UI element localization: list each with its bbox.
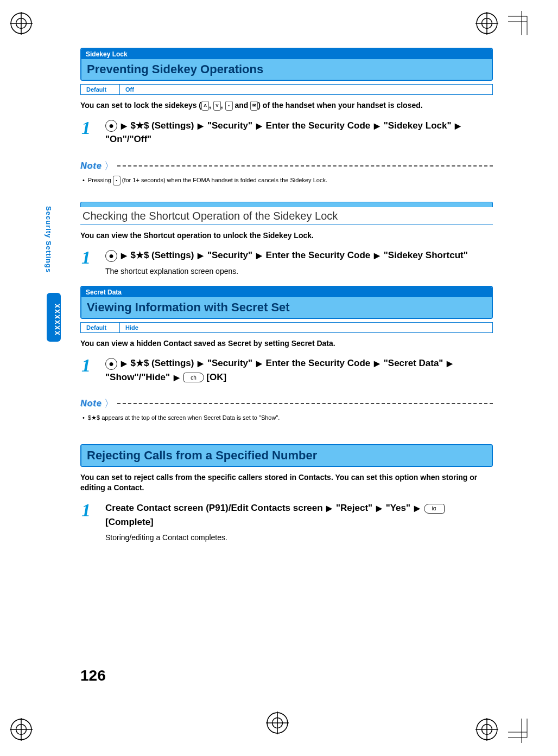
sidekey-v-icon: V [213,101,221,111]
step-body: ● ▶ $★$ (Settings) ▶ "Security" ▶ Enter … [105,356,493,384]
registration-mark-bc [266,712,289,734]
side-tab-page-marker: XXXXXX [47,293,61,342]
arrow-icon: ▶ [256,250,262,261]
step-body: ● ▶ $★$ (Settings) ▶ "Security" ▶ Enter … [105,119,493,146]
section-tag: Sidekey Lock [81,49,492,59]
arrow-icon: ▶ [198,250,204,261]
step-number: 1 [80,119,105,146]
step-explain: Storing/editing a Contact completes. [105,532,493,543]
arrow-icon: ▶ [174,372,180,383]
sidekey-dot-icon: • [225,101,233,111]
subsection-shortcut: Checking the Shortcut Operation of the S… [80,202,493,225]
arrow-icon: ▶ [455,120,461,132]
arrow-icon: ▶ [374,358,380,369]
arrow-icon: ▶ [198,120,204,132]
crop-mark-tr [508,11,535,40]
side-tab-label: Security Settings [45,206,53,273]
section-title: Preventing Sidekey Operations [81,59,492,80]
step-number: 1 [80,248,105,277]
arrow-icon: ▶ [198,358,204,369]
page-number: 126 [80,667,106,684]
note-header: Note 〉 [80,397,493,410]
default-value: Hide [120,323,492,332]
sidekey-dot-icon: • [113,176,121,185]
arrow-icon: ▶ [256,358,262,369]
default-value: Off [120,85,492,94]
center-key-icon: ● [105,250,117,262]
note-chevron-icon: 〉 [104,397,114,410]
center-key-icon: ● [105,120,117,132]
arrow-icon: ▶ [121,358,127,369]
note-divider [117,165,493,166]
default-row: Default Hide [80,322,493,333]
arrow-icon: ▶ [374,250,380,261]
section2-step1: 1 ● ▶ $★$ (Settings) ▶ "Security" ▶ Ente… [80,356,493,384]
subsection-title: Checking the Shortcut Operation of the S… [80,207,493,225]
arrow-icon: ▶ [376,503,382,514]
section-title: Rejecting Calls from a Specified Number [81,445,492,466]
arrow-icon: ▶ [374,120,380,132]
subsection1-lead: You can view the Shortcut operation to u… [80,230,493,241]
section2-lead: You can view a hidden Contact saved as S… [80,338,493,349]
section-sidekey-lock: Sidekey Lock Preventing Sidekey Operatio… [80,48,493,81]
note-label: Note [80,399,103,408]
page-content: Sidekey Lock Preventing Sidekey Operatio… [80,48,493,550]
note-chevron-icon: 〉 [104,159,114,172]
soft-key-complete-icon: iα [424,504,445,514]
default-label: Default [81,323,120,332]
center-key-icon: ● [105,358,117,370]
default-row: Default Off [80,84,493,95]
note-divider [117,403,493,404]
sidekey-mail-icon: ✉ [250,101,258,111]
arrow-icon: ▶ [326,503,332,514]
soft-key-ok-icon: ch [183,373,204,382]
section1-lead: You can set to lock the sidekeys (A, V, … [80,100,493,111]
note-header: Note 〉 [80,159,493,172]
arrow-icon: ▶ [121,120,127,132]
note-text: •$★$ appears at the top of the screen wh… [83,413,493,422]
registration-mark-br [475,718,498,741]
crop-mark-br [508,716,535,745]
registration-mark-bl [10,718,33,741]
arrow-icon: ▶ [256,120,262,132]
section-secret-data: Secret Data Viewing Information with Sec… [80,286,493,319]
step-body: Create Contact screen (P91)/Edit Contact… [105,501,493,543]
section-tag: Secret Data [81,287,492,297]
section-title: Viewing Information with Secret Set [81,297,492,318]
section3-lead: You can set to reject calls from the spe… [80,472,493,494]
arrow-icon: ▶ [414,503,420,514]
subsection-stripe [80,202,493,207]
step-body: ● ▶ $★$ (Settings) ▶ "Security" ▶ Enter … [105,248,493,277]
default-label: Default [81,85,120,94]
step-number: 1 [80,356,105,384]
step-explain: The shortcut explanation screen opens. [105,266,493,277]
registration-mark-tl [10,12,33,35]
registration-mark-tr [475,12,498,35]
note-label: Note [80,161,103,171]
section3-step1: 1 Create Contact screen (P91)/Edit Conta… [80,501,493,543]
arrow-icon: ▶ [447,358,453,369]
subsection1-step1: 1 ● ▶ $★$ (Settings) ▶ "Security" ▶ Ente… [80,248,493,277]
section-reject-calls: Rejecting Calls from a Specified Number [80,444,493,467]
note-text: •Pressing • (for 1+ seconds) when the FO… [83,176,493,185]
step-number: 1 [80,501,105,543]
section1-step1: 1 ● ▶ $★$ (Settings) ▶ "Security" ▶ Ente… [80,119,493,146]
arrow-icon: ▶ [121,250,127,261]
sidekey-a-icon: A [201,101,209,111]
